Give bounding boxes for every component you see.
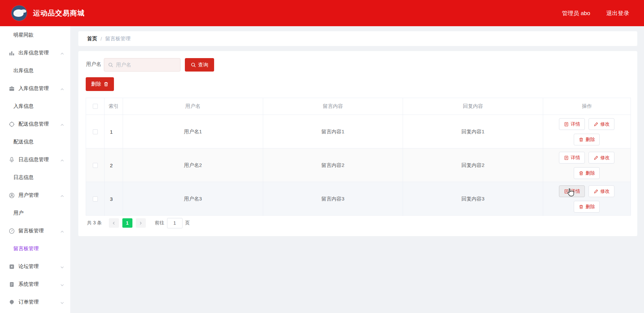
sidebar-group-orders[interactable]: 订单管理 (0, 293, 70, 311)
header-message: 留言内容 (263, 98, 403, 115)
briefcase-icon (9, 86, 15, 92)
search-icon (108, 62, 113, 68)
cell-username: 用户名3 (123, 182, 263, 216)
trash-icon (579, 205, 583, 209)
row-checkbox[interactable] (93, 196, 98, 202)
header-operations: 操作 (543, 98, 631, 115)
forum-icon (9, 264, 15, 270)
cell-message: 留言内容2 (263, 148, 403, 182)
sidebar-group-outbound[interactable]: 出库信息管理 (0, 44, 70, 62)
user-icon (9, 192, 15, 198)
breadcrumb-separator: / (100, 36, 102, 42)
cell-index: 2 (105, 148, 123, 182)
goto-suffix: 页 (185, 220, 190, 226)
document-icon (564, 122, 569, 127)
chevron-down-icon (60, 265, 64, 269)
row-checkbox[interactable] (93, 163, 98, 168)
search-field-label: 用户名 (86, 61, 101, 68)
sidebar-item-outbound-info[interactable]: 出库信息 (0, 62, 70, 80)
sidebar-group-log[interactable]: 日志信息管理 (0, 151, 70, 169)
goto-page-input[interactable] (167, 218, 183, 228)
cell-reply: 回复内容2 (403, 148, 543, 182)
edit-button[interactable]: 修改 (589, 118, 614, 130)
trash-icon (579, 137, 583, 142)
admin-user-label[interactable]: 管理员 abo (562, 9, 590, 17)
edit-button[interactable]: 修改 (589, 185, 614, 197)
row-checkbox[interactable] (93, 129, 98, 134)
pagination: 共 3 条 1 前往 页 (87, 218, 190, 228)
sidebar-item-star-products[interactable]: 明星同款 (0, 26, 70, 44)
sidebar-item-log-info[interactable]: 日志信息 (0, 169, 70, 186)
microphone-icon (9, 157, 15, 163)
page-number-active[interactable]: 1 (122, 218, 132, 228)
edit-button[interactable]: 修改 (589, 152, 614, 164)
delete-button[interactable]: 删除 (574, 167, 600, 179)
app-title: 运动品交易商城 (33, 8, 85, 18)
sidebar-item-delivery-info[interactable]: 配送信息 (0, 133, 70, 151)
search-bar: 用户名 用户名 查询 (78, 58, 637, 72)
sidebar-group-user-mgmt[interactable]: 用户管理 (0, 186, 70, 204)
search-icon (191, 62, 196, 68)
cell-operations: 详情 修改 删除 (543, 115, 631, 149)
chevron-up-icon (60, 229, 64, 233)
chevron-up-icon (60, 51, 64, 55)
prev-page-button[interactable] (109, 218, 119, 228)
delete-button[interactable]: 删除 (574, 134, 600, 145)
cell-username: 用户名1 (123, 115, 263, 149)
chevron-down-icon (60, 282, 64, 286)
sidebar-item-user[interactable]: 用户 (0, 204, 70, 222)
bulk-delete-button[interactable]: 删除 (86, 77, 114, 91)
sidebar-item-inbound-info[interactable]: 入库信息 (0, 97, 70, 115)
pencil-icon (594, 155, 598, 160)
query-button[interactable]: 查询 (185, 58, 214, 72)
pagination-total: 共 3 条 (87, 220, 102, 226)
cell-message: 留言内容1 (263, 115, 403, 149)
sidebar-item-message-board[interactable]: 留言板管理 (0, 240, 70, 258)
detail-button[interactable]: 详情 (559, 152, 585, 164)
sidebar: 明星同款 出库信息管理 出库信息 入库信息管理 入库信息 配送信息管理 (0, 26, 70, 313)
cell-index: 1 (105, 115, 123, 149)
cell-reply: 回复内容1 (403, 115, 543, 149)
sidebar-group-delivery[interactable]: 配送信息管理 (0, 115, 70, 133)
header-reply: 回复内容 (403, 98, 543, 115)
document-icon (564, 189, 569, 194)
select-all-checkbox[interactable] (93, 104, 98, 109)
chevron-left-icon (112, 221, 116, 225)
search-placeholder: 用户名 (116, 62, 131, 68)
breadcrumb-current: 留言板管理 (105, 36, 130, 42)
chevron-up-icon (60, 87, 64, 91)
header-username: 用户名 (123, 98, 263, 115)
cell-username: 用户名2 (123, 148, 263, 182)
sidebar-group-system[interactable]: 系统管理 (0, 275, 70, 293)
target-icon (9, 121, 15, 127)
logout-link[interactable]: 退出登录 (606, 9, 629, 17)
trash-icon (579, 171, 583, 176)
breadcrumb-home[interactable]: 首页 (87, 36, 97, 42)
pin-icon (9, 299, 15, 305)
chevron-up-icon (60, 122, 64, 126)
sidebar-group-forum[interactable]: 论坛管理 (0, 258, 70, 275)
cell-operations: 详情 修改 删除 (543, 148, 631, 182)
sidebar-group-message-board[interactable]: 留言板管理 (0, 222, 70, 240)
top-header: 运动品交易商城 管理员 abo 退出登录 (0, 0, 644, 26)
cell-operations: 详情 修改 删除 (543, 182, 631, 216)
table-row: 3 用户名3 留言内容3 回复内容3 详情 修改 删除 (86, 182, 631, 216)
trash-icon (104, 82, 109, 87)
chevron-up-icon (60, 193, 64, 197)
delete-button[interactable]: 删除 (574, 201, 600, 213)
detail-button[interactable]: 详情 (559, 185, 585, 197)
sidebar-group-inbound[interactable]: 入库信息管理 (0, 80, 70, 97)
header-index: 索引 (105, 98, 123, 115)
compass-icon (9, 228, 15, 234)
search-input[interactable]: 用户名 (104, 58, 180, 72)
chevron-up-icon (60, 158, 64, 162)
pencil-icon (594, 189, 598, 194)
clipboard-icon (9, 281, 15, 287)
content-card: 用户名 用户名 查询 删除 索引 用户名 留言内容 回复内容 操作 1 (78, 51, 637, 236)
next-page-button[interactable] (136, 218, 146, 228)
cell-message: 留言内容3 (263, 182, 403, 216)
table-row: 1 用户名1 留言内容1 回复内容1 详情 修改 删除 (86, 115, 631, 148)
detail-button[interactable]: 详情 (559, 118, 585, 130)
logo-avatar (11, 5, 27, 21)
chevron-down-icon (60, 300, 64, 304)
